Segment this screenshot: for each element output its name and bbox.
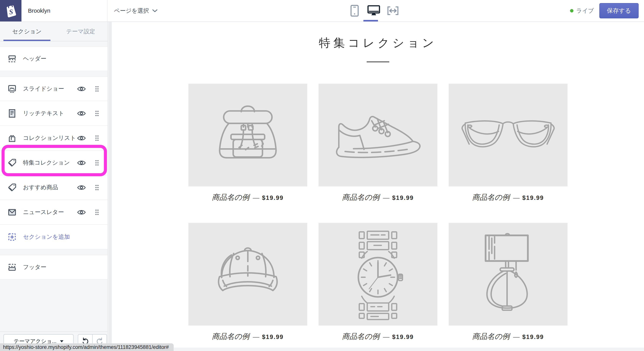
product-card[interactable]: 商品名の例—$19.99 bbox=[449, 84, 568, 203]
product-price: $19.99 bbox=[392, 334, 414, 340]
caption-separator: — bbox=[513, 194, 520, 201]
product-price: $19.99 bbox=[262, 194, 284, 201]
sneaker-illustration bbox=[332, 105, 424, 165]
sidebar-item-label: コレクションリスト bbox=[23, 134, 76, 142]
sidebar-item-label: フッター bbox=[23, 263, 46, 271]
product-image-placeholder[interactable] bbox=[188, 223, 307, 326]
footer-section-icon bbox=[7, 263, 17, 272]
collection-list-icon bbox=[7, 133, 17, 143]
sidebar-item-featured-collection[interactable]: 特集コレクション bbox=[0, 151, 108, 175]
richtext-icon bbox=[7, 109, 17, 118]
product-image-placeholder[interactable] bbox=[188, 84, 307, 186]
desktop-preview-button[interactable] bbox=[367, 4, 380, 17]
page-selector-label: ページを選択 bbox=[114, 7, 149, 15]
drag-handle-icon[interactable] bbox=[94, 160, 100, 166]
lamp-illustration bbox=[472, 229, 544, 319]
slideshow-icon bbox=[7, 84, 17, 94]
drag-handle-icon[interactable] bbox=[94, 135, 100, 141]
product-grid: 商品名の例—$19.99 bbox=[188, 84, 568, 342]
desktop-icon bbox=[367, 5, 380, 16]
sidebar-item-label: リッチテキスト bbox=[23, 109, 64, 117]
sidebar-item-label: 特集コレクション bbox=[23, 159, 70, 167]
product-price: $19.99 bbox=[522, 334, 544, 340]
add-section-button[interactable]: セクションを追加 bbox=[0, 225, 108, 250]
sidebar-item-newsletter[interactable]: ニュースレター bbox=[0, 200, 108, 225]
product-name: 商品名の例 bbox=[472, 332, 510, 341]
link-preview-statusbar: https://yoshio-store.myshopify.com/admin… bbox=[0, 343, 174, 351]
topbar: S Brooklyn ページを選択 bbox=[0, 0, 644, 22]
cap-illustration bbox=[210, 240, 286, 309]
visibility-eye-icon[interactable] bbox=[76, 159, 86, 166]
product-caption[interactable]: 商品名の例—$19.99 bbox=[188, 192, 307, 203]
envelope-icon bbox=[7, 208, 17, 217]
caption-separator: — bbox=[253, 194, 259, 201]
drag-handle-icon[interactable] bbox=[94, 110, 100, 116]
caption-separator: — bbox=[383, 333, 390, 340]
visibility-eye-icon[interactable] bbox=[76, 85, 86, 92]
visibility-eye-icon[interactable] bbox=[76, 209, 86, 216]
product-caption[interactable]: 商品名の例—$19.99 bbox=[318, 192, 438, 203]
theme-name: Brooklyn bbox=[28, 7, 50, 14]
product-caption[interactable]: 商品名の例—$19.99 bbox=[449, 192, 568, 203]
product-card[interactable]: 商品名の例—$19.99 bbox=[318, 84, 438, 203]
product-name: 商品名の例 bbox=[212, 332, 249, 341]
statusbar-url: https://yoshio-store.myshopify.com/admin… bbox=[3, 344, 169, 350]
product-card[interactable]: 商品名の例—$19.99 bbox=[188, 223, 307, 342]
page-selector-dropdown[interactable]: ページを選択 bbox=[114, 7, 158, 15]
product-name: 商品名の例 bbox=[472, 193, 510, 202]
tab-theme-settings[interactable]: テーマ設定 bbox=[54, 22, 108, 41]
shopify-theme-editor: S Brooklyn ページを選択 bbox=[0, 0, 644, 351]
product-image-placeholder[interactable] bbox=[449, 223, 568, 326]
product-name: 商品名の例 bbox=[342, 193, 380, 202]
active-tab-underline bbox=[4, 40, 50, 41]
product-caption[interactable]: 商品名の例—$19.99 bbox=[188, 331, 307, 342]
visibility-eye-icon[interactable] bbox=[76, 110, 86, 117]
visibility-eye-icon[interactable] bbox=[76, 184, 86, 191]
live-label: ライブ bbox=[576, 7, 594, 15]
sidebar-item-slideshow[interactable]: スライドショー bbox=[0, 76, 108, 101]
sidebar-tabs: セクション テーマ設定 bbox=[0, 22, 108, 41]
sidebar-item-collection-list[interactable]: コレクションリスト bbox=[0, 126, 108, 151]
product-caption[interactable]: 商品名の例—$19.99 bbox=[449, 331, 568, 342]
sidebar-item-footer[interactable]: フッター bbox=[0, 255, 108, 280]
sidebar-item-richtext[interactable]: リッチテキスト bbox=[0, 101, 108, 126]
drag-handle-icon[interactable] bbox=[94, 185, 100, 191]
product-card[interactable]: 商品名の例—$19.99 bbox=[188, 84, 307, 203]
backpack-illustration bbox=[208, 95, 288, 175]
drag-handle-icon[interactable] bbox=[94, 86, 100, 92]
preview-bottom-strip bbox=[112, 348, 644, 351]
product-image-placeholder[interactable] bbox=[318, 84, 438, 186]
product-name: 商品名の例 bbox=[212, 193, 249, 202]
product-price: $19.99 bbox=[392, 194, 414, 201]
sidebar-item-label: ヘッダー bbox=[23, 55, 46, 63]
live-status: ライブ bbox=[570, 7, 594, 15]
product-caption[interactable]: 商品名の例—$19.99 bbox=[318, 331, 438, 342]
watch-illustration bbox=[346, 228, 410, 320]
shopify-bag-icon: S bbox=[4, 4, 17, 18]
caret-down-icon bbox=[60, 340, 64, 342]
product-image-placeholder[interactable] bbox=[318, 223, 438, 326]
visibility-eye-icon[interactable] bbox=[76, 134, 86, 142]
product-image-placeholder[interactable] bbox=[449, 84, 568, 186]
product-price: $19.99 bbox=[522, 194, 544, 201]
sidebar-item-featured-product[interactable]: おすすめ商品 bbox=[0, 175, 108, 200]
product-card[interactable]: 商品名の例—$19.99 bbox=[449, 223, 568, 342]
caption-separator: — bbox=[513, 333, 520, 340]
header-section-icon bbox=[7, 54, 17, 64]
section-heading: 特集コレクション bbox=[112, 35, 644, 51]
sidebar-item-header[interactable]: ヘッダー bbox=[0, 46, 108, 71]
mobile-preview-button[interactable] bbox=[348, 4, 361, 17]
save-button[interactable]: 保存する bbox=[599, 3, 639, 18]
mobile-icon bbox=[350, 4, 360, 17]
shopify-logo[interactable]: S bbox=[0, 0, 22, 21]
product-card[interactable]: 商品名の例—$19.99 bbox=[318, 223, 438, 342]
sidebar-item-label: ニュースレター bbox=[23, 208, 64, 216]
topbar-right: ライブ 保存する bbox=[570, 0, 639, 21]
device-preview-toggle bbox=[348, 0, 400, 21]
sidebar: セクション テーマ設定 ヘッダー bbox=[0, 22, 108, 351]
fullwidth-preview-button[interactable] bbox=[386, 4, 400, 17]
sidebar-item-label: スライドショー bbox=[23, 85, 64, 93]
drag-handle-icon[interactable] bbox=[94, 209, 100, 215]
tab-sections[interactable]: セクション bbox=[0, 22, 54, 41]
fullwidth-icon bbox=[387, 6, 399, 16]
